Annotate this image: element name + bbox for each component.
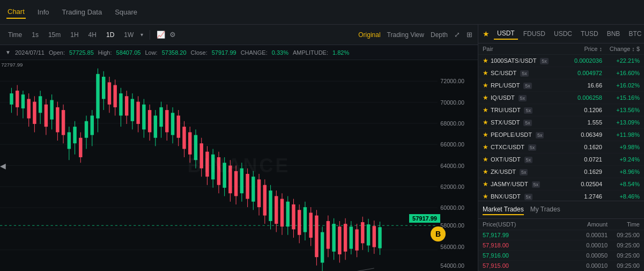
tf-1h[interactable]: 1H — [68, 30, 81, 40]
trades-header-price: Price(USDT) — [483, 221, 565, 228]
pairs-col-change[interactable]: Change ↕ $ — [602, 46, 640, 52]
pair-row[interactable]: ★ SC/USDT 5x 0.004972 +16.60% — [478, 67, 644, 79]
view-tradingview[interactable]: Trading View — [387, 31, 424, 39]
pair-leverage: 5x — [524, 194, 533, 200]
svg-rect-109 — [292, 204, 295, 230]
pair-star-icon: ★ — [483, 94, 488, 101]
chart-canvas[interactable]: BINANCE — [0, 60, 478, 271]
pair-name: STX/USDT 5x — [491, 119, 559, 126]
ohlc-amplitude-val: 1.82% — [332, 49, 349, 56]
svg-rect-97 — [257, 179, 261, 207]
pair-leverage: 5x — [523, 120, 532, 126]
settings-button[interactable]: ⚙ — [169, 31, 176, 39]
svg-rect-83 — [217, 157, 220, 185]
svg-rect-135 — [367, 224, 370, 245]
tf-15m[interactable]: 15m — [46, 30, 63, 40]
svg-rect-93 — [246, 174, 249, 199]
trades-section: Market Trades My Trades Price(USDT) Amou… — [478, 201, 644, 271]
pair-row[interactable]: ★ PEOPLE/USDT 5x 0.06349 +11.98% — [478, 129, 644, 141]
pair-name: PEOPLE/USDT 5x — [491, 131, 559, 138]
chart-tool-button[interactable]: 📈 — [157, 31, 165, 39]
view-depth[interactable]: Depth — [431, 31, 448, 39]
pair-star-icon: ★ — [483, 156, 488, 163]
svg-rect-87 — [228, 166, 232, 194]
pairs-col-price[interactable]: Price ↕ — [559, 46, 602, 52]
pair-row[interactable]: ★ TRU/USDT 5x 0.1206 +13.56% — [478, 104, 644, 116]
tf-1w[interactable]: 1W — [121, 30, 136, 40]
svg-rect-55 — [136, 102, 139, 124]
trades-header: Price(USDT) Amount Time — [478, 219, 644, 230]
svg-rect-49 — [119, 93, 122, 115]
svg-rect-15 — [21, 94, 25, 108]
svg-rect-79 — [205, 152, 209, 177]
pair-name: 1000SATS/USDT 5x — [491, 57, 559, 64]
expand-button[interactable]: ⤢ — [454, 31, 460, 39]
tf-4h[interactable]: 4H — [86, 30, 99, 40]
nav-tab-trading-data[interactable]: Trading Data — [61, 6, 103, 18]
svg-rect-45 — [108, 82, 111, 104]
svg-rect-95 — [251, 177, 255, 202]
svg-rect-91 — [240, 169, 243, 194]
pair-row[interactable]: ★ RPL/USDT 5x 16.66 +16.02% — [478, 79, 644, 92]
grid-button[interactable]: ⊞ — [467, 31, 472, 39]
pair-change: +8.54% — [602, 181, 640, 187]
pair-row[interactable]: ★ CTXC/USDT 5x 0.1620 +9.98% — [478, 141, 644, 153]
pair-price: 0.1620 — [559, 144, 602, 150]
pair-row[interactable]: ★ BNX/USDT 5x 1.2746 +8.46% — [478, 191, 644, 201]
svg-text:58000.00: 58000.00 — [440, 223, 464, 229]
svg-text:72000.00: 72000.00 — [440, 78, 464, 85]
tf-1s[interactable]: 1s — [29, 30, 41, 40]
trades-tab-my[interactable]: My Trades — [530, 204, 560, 215]
binance-coin-icon: B — [431, 226, 446, 241]
pair-name: SC/USDT 5x — [491, 70, 559, 76]
svg-rect-99 — [263, 185, 267, 216]
currency-tab-tusd[interactable]: TUSD — [578, 28, 602, 39]
pair-row[interactable]: ★ 1000SATS/USDT 5x 0.0002036 +22.21% — [478, 55, 644, 67]
pair-row[interactable]: ★ OXT/USDT 5x 0.0721 +9.24% — [478, 153, 644, 166]
pair-price: 0.004972 — [559, 70, 602, 76]
dropdown-arrow-icon[interactable]: ▾ — [140, 32, 143, 38]
trade-price: 57,917.99 — [483, 232, 565, 238]
svg-rect-17 — [27, 99, 30, 118]
currency-tab-fdusd[interactable]: FDUSD — [520, 28, 549, 39]
pair-name: CTXC/USDT 5x — [491, 144, 559, 150]
svg-rect-119 — [321, 232, 324, 263]
pair-row[interactable]: ★ STX/USDT 5x 1.555 +13.09% — [478, 116, 644, 129]
svg-rect-69 — [177, 115, 180, 137]
view-original[interactable]: Original — [358, 31, 380, 39]
pair-row[interactable]: ★ ZK/USDT 5x 0.1629 +8.96% — [478, 166, 644, 178]
svg-rect-51 — [125, 96, 128, 115]
tf-time[interactable]: Time — [5, 30, 25, 40]
pair-change: +16.02% — [602, 82, 640, 89]
svg-line-152 — [339, 268, 374, 271]
pair-row[interactable]: ★ IQ/USDT 5x 0.006258 +15.16% — [478, 92, 644, 104]
pair-price: 16.66 — [559, 82, 602, 89]
pair-leverage: 5x — [540, 58, 549, 64]
nav-tab-chart[interactable]: Chart — [6, 5, 26, 19]
trades-tab-market[interactable]: Market Trades — [483, 204, 524, 215]
svg-text:56000.00: 56000.00 — [440, 244, 464, 250]
svg-rect-11 — [10, 93, 13, 105]
trade-time: 09:25:00 — [608, 242, 640, 248]
toolbar-right: Original Trading View Depth ⤢ ⊞ — [358, 31, 472, 39]
currency-tab-bnb[interactable]: BNB — [604, 28, 624, 39]
svg-text:64000.00: 64000.00 — [440, 163, 464, 169]
currency-tab-usdc[interactable]: USDC — [551, 28, 575, 39]
nav-tab-square[interactable]: Square — [114, 6, 138, 18]
svg-rect-103 — [275, 196, 278, 224]
pair-star-icon: ★ — [483, 131, 488, 138]
currency-tab-usdt[interactable]: USDT — [494, 28, 518, 40]
scroll-left-button[interactable]: ◀ — [0, 162, 6, 170]
ohlc-close-label: Close: — [191, 49, 208, 56]
trade-price: 57,916.00 — [483, 252, 565, 259]
trade-row: 57,918.00 0.00010 09:25:00 — [478, 240, 644, 251]
pair-name: IQ/USDT 5x — [491, 94, 559, 101]
currency-tab-btc[interactable]: BTC — [625, 28, 644, 39]
tf-1d[interactable]: 1D — [103, 30, 117, 40]
svg-rect-37 — [85, 121, 88, 138]
nav-tab-info[interactable]: Info — [36, 6, 50, 18]
pair-row[interactable]: ★ JASMY/USDT 5x 0.02504 +8.54% — [478, 178, 644, 191]
pair-star-icon: ★ — [483, 180, 488, 188]
ohlc-arrow: ▼ — [5, 49, 11, 55]
pair-star-icon: ★ — [483, 82, 488, 89]
